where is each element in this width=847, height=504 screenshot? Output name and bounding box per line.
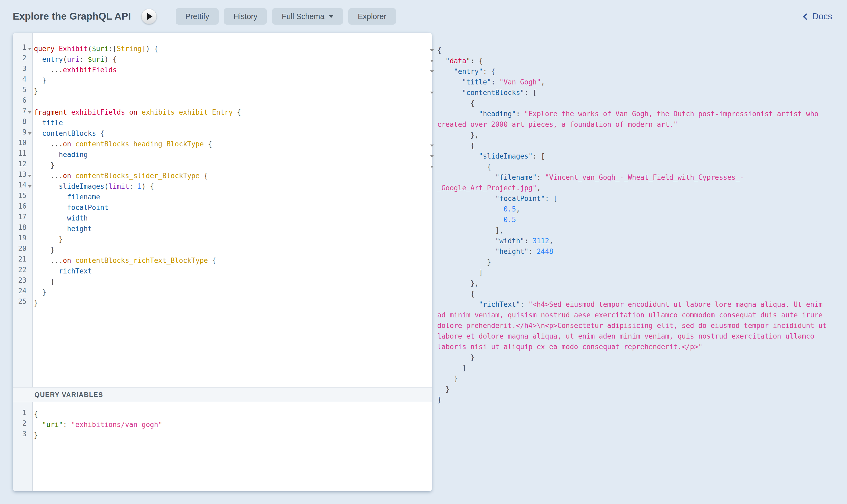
fold-arrow-icon[interactable] [430,145,434,147]
code-text[interactable]: } [32,298,38,308]
fold-arrow-icon[interactable] [430,70,434,73]
fold-gutter [429,66,437,77]
fold-gutter [26,65,32,75]
line-number: 7 [13,107,26,118]
code-line[interactable]: 18 height [13,223,432,234]
code-text[interactable]: "uri": "exhibitions/van-gogh" [32,419,162,430]
code-line[interactable]: 16 focalPoint [13,202,432,213]
full-schema-dropdown[interactable]: Full Schema [272,8,343,24]
code-line[interactable]: 23 } [13,276,432,287]
fold-arrow-icon[interactable] [430,92,434,94]
code-line[interactable]: 7fragment exhibitFields on exhibits_exhi… [13,107,432,118]
fold-gutter [429,56,437,66]
fold-gutter [26,223,32,234]
fold-arrow-icon[interactable] [28,111,32,113]
code-text[interactable]: } [32,245,55,255]
explorer-button[interactable]: Explorer [348,8,396,24]
code-text: ] [437,267,831,278]
docs-link[interactable]: Docs [804,0,832,33]
code-text[interactable]: filename [32,192,100,202]
fold-gutter [26,430,32,440]
code-line[interactable]: 24 } [13,287,432,298]
code-line[interactable]: 3 ...exhibitFields [13,65,432,75]
history-button[interactable]: History [224,8,267,24]
fold-arrow-icon[interactable] [28,132,32,135]
code-text[interactable] [32,96,34,107]
code-line: 0.5 [429,214,847,225]
code-line[interactable]: 2 entry(uri: $uri) { [13,54,432,65]
fold-gutter [26,149,32,160]
code-text[interactable]: ...on contentBlocks_slider_BlockType { [32,170,208,181]
code-text[interactable]: } [32,86,38,96]
fold-arrow-icon[interactable] [430,166,434,168]
code-line[interactable]: 13 ...on contentBlocks_slider_BlockType … [13,170,432,181]
fold-gutter [26,245,32,255]
fold-gutter [429,373,437,384]
code-line[interactable]: 9 contentBlocks { [13,128,432,139]
code-line[interactable]: 1{ [13,409,432,419]
code-text[interactable]: } [32,287,46,298]
code-line[interactable]: 15 filename [13,192,432,202]
code-text[interactable]: slideImages(limit: 1) { [32,181,154,192]
fold-arrow-icon[interactable] [28,185,32,188]
code-line[interactable]: 22 richText [13,266,432,276]
code-text[interactable]: richText [32,266,92,276]
code-line[interactable]: 12 } [13,160,432,170]
fold-arrow-icon[interactable] [430,155,434,158]
code-line[interactable]: 17 width [13,213,432,223]
code-line[interactable]: 4 } [13,75,432,86]
code-text[interactable]: heading [32,149,88,160]
line-number: 10 [13,139,26,149]
code-text[interactable]: contentBlocks { [32,128,104,139]
code-text[interactable]: } [32,276,55,287]
code-line[interactable]: 19 } [13,234,432,245]
code-line[interactable]: 6 [13,96,432,107]
code-text: }, [437,278,831,289]
fold-gutter [429,257,437,267]
code-text[interactable]: focalPoint [32,202,109,213]
code-line[interactable]: 11 heading [13,149,432,160]
code-line[interactable]: 25} [13,298,432,308]
code-text[interactable]: title [32,118,63,128]
code-line[interactable]: 1query Exhibit($uri:[String]) { [13,43,432,54]
code-line[interactable]: 14 slideImages(limit: 1) { [13,181,432,192]
code-text: "focalPoint": [ [437,193,831,204]
fold-arrow-icon[interactable] [28,175,32,177]
code-text[interactable]: ...exhibitFields [32,65,117,75]
code-text[interactable]: ...on contentBlocks_heading_BlockType { [32,139,212,149]
code-line[interactable]: 2 "uri": "exhibitions/van-gogh" [13,419,432,430]
code-line[interactable]: 21 ...on contentBlocks_richText_BlockTyp… [13,255,432,266]
code-text[interactable]: query Exhibit($uri:[String]) { [32,43,158,54]
code-text[interactable]: } [32,234,63,245]
code-line: "entry": { [429,66,847,77]
line-number: 23 [13,276,26,287]
code-text[interactable]: } [32,75,46,86]
variables-editor[interactable]: 1{2 "uri": "exhibitions/van-gogh"3} [13,402,432,491]
code-text[interactable]: fragment exhibitFields on exhibits_exhib… [32,107,241,118]
code-text[interactable]: ...on contentBlocks_richText_BlockType { [32,255,216,266]
fold-arrow-icon[interactable] [430,60,434,62]
code-text[interactable]: height [32,223,92,234]
execute-query-button[interactable] [141,9,157,24]
line-number: 9 [13,128,26,139]
fold-gutter [26,86,32,96]
fold-arrow-icon[interactable] [28,48,32,50]
query-variables-header[interactable]: QUERY VARIABLES [13,387,432,402]
prettify-button[interactable]: Prettify [176,8,219,24]
code-text[interactable]: entry(uri: $uri) { [32,54,117,65]
fold-gutter [26,255,32,266]
code-text[interactable]: width [32,213,88,223]
query-editor[interactable]: 1query Exhibit($uri:[String]) {2 entry(u… [13,33,432,387]
fold-arrow-icon[interactable] [430,49,434,52]
code-line[interactable]: 5} [13,86,432,96]
code-line: "heading": "Explore the works of Van Gog… [429,109,847,130]
code-text[interactable]: } [32,160,55,170]
code-text[interactable]: } [32,430,38,440]
code-line[interactable]: 10 ...on contentBlocks_heading_BlockType… [13,139,432,149]
code-line[interactable]: 3} [13,430,432,440]
fold-gutter [26,202,32,213]
code-line[interactable]: 8 title [13,118,432,128]
code-text[interactable]: { [32,409,38,419]
line-number: 6 [13,96,26,107]
code-line[interactable]: 20 } [13,245,432,255]
